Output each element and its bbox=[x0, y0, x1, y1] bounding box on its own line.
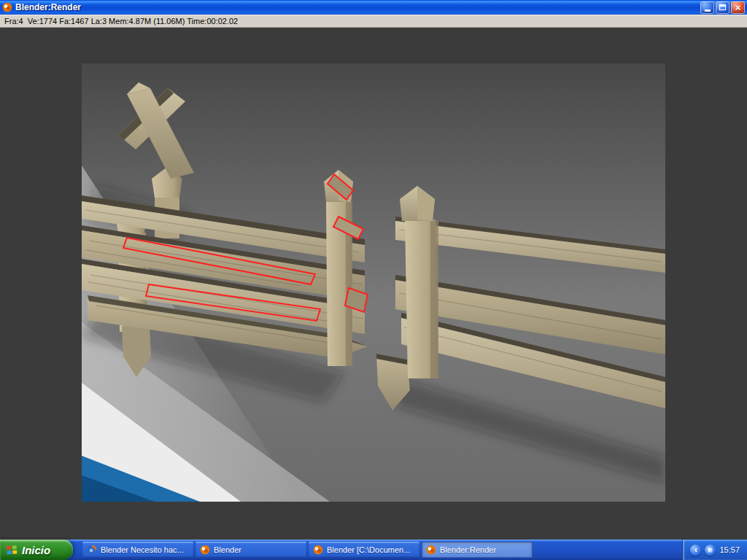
task-button-browser[interactable]: Blender Necesito hac... bbox=[82, 542, 193, 558]
blender-app-icon bbox=[2, 2, 12, 12]
task-label: Blender Necesito hac... bbox=[101, 545, 184, 554]
close-button[interactable]: × bbox=[731, 1, 745, 14]
render-workspace bbox=[0, 28, 747, 540]
maximize-icon bbox=[719, 4, 726, 10]
taskbar: Inicio Blender Necesito hac... Blender bbox=[0, 540, 747, 560]
task-label: Blender [C:\Documen... bbox=[327, 545, 410, 554]
task-label: Blender bbox=[214, 545, 241, 554]
start-button[interactable]: Inicio bbox=[0, 540, 73, 560]
blender-icon bbox=[200, 545, 210, 555]
tray-status-icon[interactable] bbox=[705, 545, 716, 556]
titlebar: Blender:Render × bbox=[0, 0, 747, 15]
render-stats-bar: Fra:4 Ve:1774 Fa:1467 La:3 Mem:4.87M (11… bbox=[0, 15, 747, 28]
system-tray: ‹ 15:57 bbox=[682, 540, 747, 560]
blender-render-window: Blender:Render × Fra:4 Ve:1774 Fa:1467 L… bbox=[0, 0, 747, 560]
windows-flag-icon bbox=[6, 544, 18, 556]
minimize-icon bbox=[705, 9, 711, 12]
task-button-blender[interactable]: Blender bbox=[196, 542, 306, 558]
clock[interactable]: 15:57 bbox=[719, 545, 740, 554]
start-label: Inicio bbox=[22, 544, 50, 556]
task-buttons: Blender Necesito hac... Blender Blender … bbox=[82, 542, 533, 558]
task-button-blender-file[interactable]: Blender [C:\Documen... bbox=[309, 542, 419, 558]
window-title: Blender:Render bbox=[15, 2, 81, 12]
close-icon: × bbox=[735, 3, 741, 12]
task-button-blender-render[interactable]: Blender:Render bbox=[422, 542, 533, 558]
maximize-button[interactable] bbox=[716, 1, 729, 14]
window-controls: × bbox=[699, 1, 747, 14]
tray-collapse-button[interactable]: ‹ bbox=[690, 545, 701, 556]
task-label: Blender:Render bbox=[440, 545, 496, 554]
render-image bbox=[82, 63, 665, 502]
blender-icon bbox=[313, 545, 323, 555]
minimize-button[interactable] bbox=[700, 1, 714, 14]
blender-icon bbox=[426, 545, 436, 555]
render-stats-text: Fra:4 Ve:1774 Fa:1467 La:3 Mem:4.87M (11… bbox=[0, 17, 238, 26]
chevron-left-icon: ‹ bbox=[694, 545, 697, 554]
firefox-icon bbox=[87, 545, 97, 555]
status-dot-icon bbox=[708, 548, 713, 553]
